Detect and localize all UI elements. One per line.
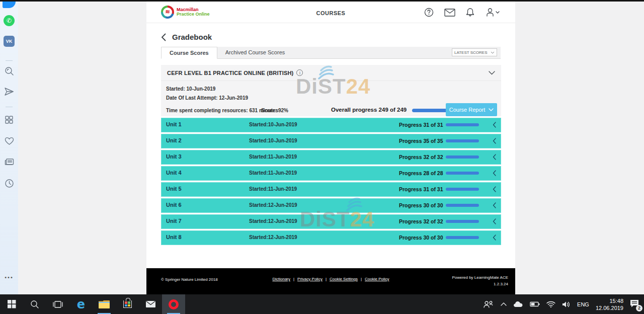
- unit-progress-bar: [446, 236, 479, 239]
- grid-icon[interactable]: [0, 114, 18, 125]
- explorer-icon[interactable]: [93, 294, 116, 314]
- people-icon[interactable]: [483, 300, 494, 308]
- unit-row[interactable]: Unit 7 Started:12-Jun-2019 Progress 32 o…: [161, 214, 501, 229]
- expand-chevron-icon[interactable]: [493, 186, 496, 192]
- mail-icon[interactable]: [139, 294, 162, 314]
- footer-link-cookie-settings[interactable]: Cookie Settings: [330, 277, 358, 281]
- course-stats-row: Time spent completing resources: 631 min…: [161, 103, 501, 116]
- unit-row[interactable]: Unit 3 Started:11-Jun-2019 Progress 32 o…: [161, 150, 501, 165]
- info-icon[interactable]: i: [296, 69, 303, 76]
- footer-version: 1.2.3.24: [452, 281, 508, 287]
- unit-progress: Progress 31 of 31: [399, 186, 443, 192]
- task-view-icon[interactable]: [46, 294, 69, 314]
- notifications-icon[interactable]: [466, 8, 474, 17]
- back-chevron-icon[interactable]: [161, 33, 166, 41]
- unit-name: Unit 7: [166, 218, 182, 224]
- course-report-button[interactable]: Course Report: [446, 103, 497, 116]
- search-icon[interactable]: [23, 294, 46, 314]
- course-title-row[interactable]: CEFR LEVEL B1 PRACTICE ONLINE (BRITISH) …: [161, 65, 501, 81]
- volume-icon[interactable]: [562, 301, 571, 308]
- unit-progress: Progress 32 of 32: [399, 154, 443, 160]
- unit-row[interactable]: Unit 8 Started:12-Jun-2019 Progress 30 o…: [161, 230, 501, 245]
- expand-chevron-icon[interactable]: [493, 218, 496, 224]
- footer-separator: |: [326, 277, 327, 281]
- course-score: Score: 92%: [261, 108, 288, 113]
- unit-started: Started:10-Jun-2019: [249, 122, 297, 127]
- chevron-up-icon[interactable]: [501, 302, 507, 306]
- unit-name: Unit 6: [166, 202, 182, 208]
- news-icon[interactable]: [0, 156, 18, 168]
- edge-glyph: e: [77, 297, 85, 311]
- mail-icon[interactable]: [444, 9, 455, 17]
- expand-chevron-icon[interactable]: [493, 202, 496, 208]
- profile-icon[interactable]: [485, 8, 500, 17]
- more-dots: •••: [5, 274, 14, 280]
- action-center-icon[interactable]: 2: [630, 299, 639, 309]
- store-icon[interactable]: [116, 294, 139, 314]
- onedrive-icon[interactable]: [513, 301, 523, 307]
- heart-icon[interactable]: [0, 135, 18, 146]
- search-icon[interactable]: [0, 65, 18, 76]
- language-indicator[interactable]: ENG: [577, 301, 589, 307]
- whatsapp-icon[interactable]: ✆: [0, 15, 18, 26]
- unit-started: Started:10-Jun-2019: [249, 138, 297, 143]
- unit-started: Started:12-Jun-2019: [249, 218, 297, 224]
- course-report-label: Course Report: [449, 107, 486, 113]
- footer-powered-by: Powered by LearningMate ACE: [452, 274, 508, 281]
- help-icon[interactable]: [424, 8, 434, 17]
- unit-row[interactable]: Unit 5 Started:11-Jun-2019 Progress 31 o…: [161, 182, 501, 197]
- opera-glyph: [169, 299, 179, 309]
- course-overall-progress: Overall progress 249 of 249: [331, 107, 407, 113]
- send-icon[interactable]: [0, 86, 18, 97]
- unit-progress: Progress 30 of 30: [399, 234, 443, 241]
- footer-link-dictionary[interactable]: Dictionary: [272, 277, 290, 281]
- unit-started: Started:12-Jun-2019: [249, 234, 297, 240]
- unit-name: Unit 5: [166, 186, 182, 192]
- scores-filter-dropdown[interactable]: LATEST SCORES: [452, 48, 497, 56]
- screen-top-strip: [0, 0, 644, 2]
- expand-chevron-icon[interactable]: [493, 154, 496, 160]
- expand-chevron-icon[interactable]: [493, 138, 496, 144]
- store-bag-glyph: [123, 300, 132, 308]
- unit-row[interactable]: Unit 1 Started:10-Jun-2019 Progress 31 o…: [161, 118, 501, 132]
- page-title: Gradebook: [172, 33, 212, 41]
- expand-chevron-icon[interactable]: [493, 234, 496, 241]
- unit-progress-bar: [446, 188, 479, 191]
- unit-progress-bar: [446, 139, 479, 142]
- start-icon[interactable]: [0, 294, 23, 314]
- edge-icon[interactable]: e: [69, 294, 93, 314]
- clock[interactable]: 15:48 12.06.2019: [596, 297, 623, 311]
- unit-name: Unit 3: [166, 153, 182, 160]
- unit-row[interactable]: Unit 6 Started:12-Jun-2019 Progress 30 o…: [161, 198, 501, 213]
- collapse-chevron-icon[interactable]: [489, 71, 495, 75]
- taskbar-tray: ENG 15:48 12.06.2019 2: [483, 294, 644, 314]
- battery-icon[interactable]: [530, 301, 540, 307]
- unit-row[interactable]: Unit 2 Started:10-Jun-2019 Progress 35 o…: [161, 134, 501, 148]
- opera-icon[interactable]: [162, 294, 185, 314]
- gradebook-title-row: Gradebook: [161, 33, 212, 41]
- course-last-attempt: Date Of Last Attempt: 12-Jun-2019: [166, 95, 248, 101]
- tab-course-scores[interactable]: Course Scores: [161, 47, 217, 59]
- tab-archived-course-scores[interactable]: Archived Course Scores: [217, 46, 293, 58]
- notification-badge: 2: [636, 305, 642, 311]
- unit-row[interactable]: Unit 4 Started:11-Jun-2019 Progress 28 o…: [161, 166, 501, 181]
- footer-link-cookie-policy[interactable]: Cookie Policy: [365, 277, 389, 281]
- course-title: CEFR LEVEL B1 PRACTICE ONLINE (BRITISH): [167, 70, 293, 76]
- social-sidebar: ✆ VK •••: [0, 0, 18, 294]
- unit-progress-bar: [446, 220, 479, 223]
- unit-progress-bar: [446, 172, 479, 175]
- more-icon[interactable]: •••: [0, 272, 18, 283]
- unit-started: Started:11-Jun-2019: [249, 154, 297, 160]
- clock-icon[interactable]: [0, 178, 18, 189]
- unit-list: Unit 1 Started:10-Jun-2019 Progress 31 o…: [161, 118, 501, 247]
- expand-chevron-icon[interactable]: [493, 122, 496, 128]
- site-footer: © Springer Nature Limited 2018 Dictionar…: [146, 268, 515, 294]
- wifi-icon[interactable]: [546, 301, 555, 307]
- expand-chevron-icon[interactable]: [493, 170, 496, 176]
- whatsapp-phone-glyph: ✆: [4, 15, 15, 26]
- folder-glyph: [99, 300, 110, 308]
- vk-icon[interactable]: VK: [0, 36, 18, 47]
- footer-link-privacy-policy[interactable]: Privacy Policy: [297, 277, 323, 281]
- unit-name: Unit 2: [166, 137, 182, 143]
- vk-label: VK: [4, 36, 15, 47]
